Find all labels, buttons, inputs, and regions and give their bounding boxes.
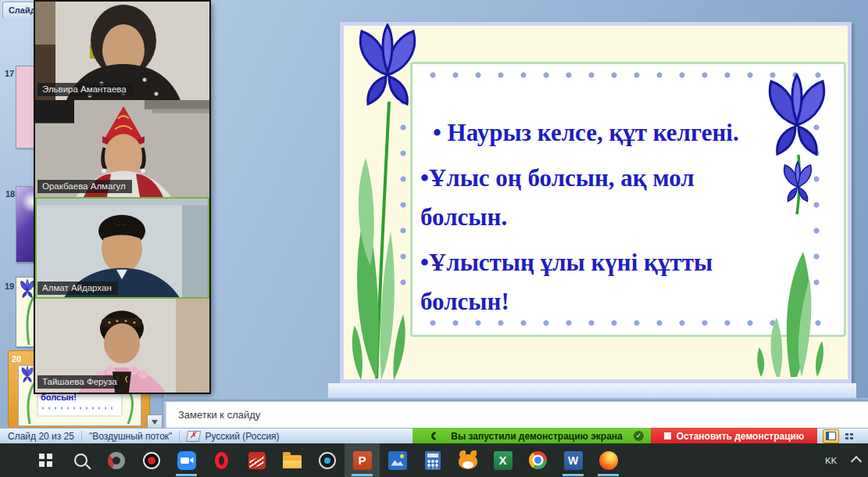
spellcheck-icon[interactable]	[186, 431, 201, 442]
thumbnail-number: 18	[5, 189, 15, 199]
taskbar-icon-screen-recorder[interactable]	[134, 443, 169, 477]
taskbar-icons	[0, 443, 626, 477]
stop-icon	[664, 432, 671, 439]
notes-placeholder: Заметки к слайду	[178, 409, 260, 421]
language-indicator[interactable]: KK	[825, 456, 837, 465]
language-status[interactable]: Русский (Россия)	[205, 431, 279, 442]
slide-bullet: •Ұлыс оң болсын, ақ мол болсын.	[420, 159, 781, 237]
folder-icon	[283, 455, 302, 468]
normal-view-button[interactable]	[823, 429, 839, 443]
desktop: Слайды 17 18 19 20	[0, 0, 868, 477]
excel-icon	[494, 451, 513, 470]
slide-body-text: • Наурыз келсе, құт келгені. •Ұлыс оң бо…	[420, 113, 846, 328]
chrome-icon	[529, 451, 547, 469]
record-blue-icon	[319, 452, 336, 469]
taskbar-icon-firefox[interactable]	[591, 443, 626, 477]
video-tile[interactable]: Оракбаева Алмагул	[35, 100, 209, 197]
taskbar-icon-word[interactable]	[555, 443, 591, 477]
taskbar-icon-sketchup[interactable]	[239, 443, 274, 477]
theme-name[interactable]: "Воздушный поток"	[89, 431, 172, 442]
taskbar-start-button[interactable]	[28, 443, 63, 477]
video-tile[interactable]: Эльвира Амантаева	[35, 2, 209, 100]
windows-logo-icon	[39, 454, 52, 467]
notes-pane[interactable]: Заметки к слайду	[166, 401, 868, 428]
system-tray: KK	[825, 443, 860, 477]
taskbar-icon-calculator[interactable]	[415, 443, 450, 477]
calculator-icon	[425, 451, 441, 470]
taskbar-icon-powerpoint[interactable]	[345, 443, 380, 477]
slide-bullet: •Ұлыстың ұлы күні құтты болсын!	[420, 243, 781, 321]
chevron-up-icon[interactable]	[851, 456, 862, 467]
taskbar: KK	[0, 443, 868, 477]
video-tile[interactable]: Тайшаева Феруза	[35, 299, 209, 393]
slide-sorter-icon	[845, 433, 848, 436]
slide-sorter-button[interactable]	[841, 429, 857, 443]
taskbar-icon-zoom[interactable]	[169, 443, 204, 477]
recorder-donut-icon	[108, 452, 125, 469]
view-buttons	[821, 429, 857, 443]
shield-check-icon: ✓	[634, 431, 644, 441]
slide-counter: Слайд 20 из 25	[8, 431, 74, 442]
stop-sharing-label: Остановить демонстрацию	[677, 431, 804, 442]
thumbnail-number: 17	[5, 69, 14, 78]
scratch-cat-icon	[459, 454, 477, 469]
slide-bullet: • Наурыз келсе, құт келгені.	[420, 113, 846, 152]
firefox-icon	[599, 451, 618, 470]
participant-name: Оракбаева Алмагул	[38, 180, 132, 193]
word-icon	[564, 451, 583, 470]
taskbar-icon-file-explorer[interactable]	[274, 443, 309, 477]
separator	[179, 431, 180, 442]
record-icon	[143, 452, 160, 469]
taskbar-icon-photos[interactable]	[380, 443, 415, 477]
zoom-video-panel: Эльвира Амантаева Оракбаева Алмагул	[35, 2, 209, 393]
participant-name: Алмат Айдархан	[38, 282, 118, 295]
photos-icon	[388, 451, 407, 470]
taskbar-icon-scratch[interactable]	[450, 443, 485, 477]
taskbar-icon-record-tool[interactable]	[309, 443, 345, 477]
taskbar-icon-free-cam[interactable]	[98, 443, 134, 477]
powerpoint-icon	[353, 451, 372, 470]
stop-sharing-button[interactable]: Остановить демонстрацию	[651, 428, 817, 444]
separator	[81, 431, 82, 442]
opera-icon	[215, 452, 228, 469]
share-banner-message: Вы запустили демонстрацию экрана	[440, 431, 634, 442]
normal-view-icon	[826, 432, 836, 440]
video-tile-active-speaker[interactable]: Алмат Айдархан	[35, 197, 209, 299]
taskbar-icon-opera[interactable]	[204, 443, 239, 477]
participant-name: Тайшаева Феруза	[38, 375, 123, 389]
zoom-app-icon	[177, 451, 196, 470]
slide-area-glow	[328, 383, 856, 399]
search-icon	[74, 454, 88, 467]
sketchup-icon	[248, 452, 266, 469]
taskbar-icon-chrome[interactable]	[520, 443, 555, 477]
thumbnail-number: 19	[5, 282, 14, 291]
taskbar-search-button[interactable]	[63, 443, 98, 477]
screen-share-banner: Вы запустили демонстрацию экрана ✓	[413, 428, 651, 444]
thumbnail-number: 20	[12, 354, 21, 364]
taskbar-icon-excel[interactable]	[485, 443, 520, 477]
thumbnail-snippet-text: болсын!	[41, 393, 77, 402]
participant-name: Эльвира Амантаева	[38, 83, 133, 96]
